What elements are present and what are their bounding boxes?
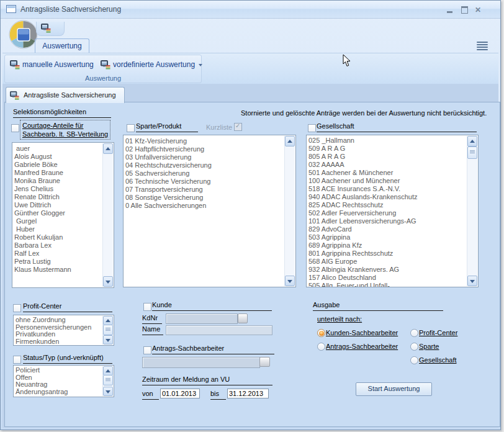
radio-gesellschaft[interactable] [410,356,418,364]
scroll-down-button[interactable] [467,276,477,286]
courtage-checkbox[interactable] [11,124,19,132]
list-item[interactable]: Petra Lustig [12,258,114,266]
list-item[interactable]: 829 AdvoCard [307,225,478,233]
gesellschaft-listbox[interactable]: 025 _Hallmann509 A R A G805 A R A G032 A… [306,135,479,287]
antrags-sb-browse-button[interactable] [259,357,270,367]
von-date-input[interactable] [160,389,200,398]
list-item[interactable]: 01 Kfz-Versicherung [124,137,295,145]
list-item[interactable]: 825 ADAC Rechtsschutz [307,201,478,209]
status-typ-listbox[interactable]: PoliciertOffenNeuantragÄnderungsantrag [13,365,114,397]
close-button[interactable]: ✕ [472,6,484,14]
scrollbar-thumb[interactable] [103,375,113,385]
radio-profit-center[interactable] [410,329,418,337]
list-item[interactable]: 502 Adler Feuerversicherung [307,209,478,217]
list-item[interactable]: 04 Rechtschutzversicherung [124,161,295,169]
radio-sparte[interactable] [410,343,418,351]
radio-profit-center-label[interactable]: Profit-Center [419,329,457,336]
list-item[interactable]: Uwe Dittrich [12,201,114,209]
list-item[interactable]: Klaus Mustermann [12,266,114,274]
scroll-down-button[interactable] [103,276,113,287]
list-item[interactable]: Policiert [14,367,114,374]
list-item[interactable]: ohne Zuordnung [14,317,114,324]
list-item[interactable]: Robert Kukuljan [12,233,114,241]
list-item[interactable]: Renate Dittrich [12,193,114,201]
list-item[interactable]: 805 A R A G [307,153,478,161]
scroll-up-button[interactable] [103,143,113,154]
application-menu-button[interactable] [9,20,38,49]
list-item[interactable]: 08 Sonstige Versicherung [124,194,295,202]
scrollbar[interactable] [102,366,113,396]
scrollbar[interactable] [102,316,113,344]
list-item[interactable]: 932 Albingia Krankenvers. AG [307,266,478,274]
kdnr-browse-button[interactable] [238,313,248,323]
gesellschaft-label[interactable]: Gesellschaft [317,122,477,132]
list-item[interactable]: 032 AAAAA [307,161,478,169]
list-item[interactable]: Privatkunden [14,331,114,338]
minimize-button[interactable] [444,6,455,14]
list-item[interactable]: Barbara Lex [12,241,114,250]
list-item[interactable]: 801 Agrippina Rechtsschutz [307,250,478,258]
scroll-up-button[interactable] [467,136,477,146]
bis-date-input[interactable] [227,389,269,398]
scrollbar-thumb[interactable] [467,146,477,159]
list-item[interactable]: 689 Agrippina Kfz [307,241,478,250]
list-item[interactable]: 03 Unfallversicherung [124,153,295,161]
list-item[interactable]: Manfred Braune [12,169,114,177]
scroll-up-button[interactable] [285,136,295,146]
radio-kunden-sachbearbeiter-label[interactable]: Kunden-Sachbearbeiter [326,329,398,336]
scroll-down-button[interactable] [103,335,113,344]
ribbon-options-icon[interactable] [477,42,488,52]
scrollbar[interactable] [102,143,113,287]
list-item[interactable]: 940 ADAC Auslands-Krankenschutz [307,193,478,201]
restore-button[interactable] [459,6,470,14]
list-item[interactable]: 02 Haftpflichtversicherung [124,145,295,153]
list-item[interactable]: 06 Technische Versicherung [124,178,295,186]
list-item[interactable]: Monika Braune [12,177,114,185]
courtage-label[interactable]: Courtage-Anteile für Sachbearb. lt. SB-V… [20,120,110,140]
list-item[interactable]: 503 Agrippina [307,233,478,241]
status-typ-checkbox[interactable] [13,356,21,364]
ribbon-tab-auswertung[interactable]: Auswertung [35,38,89,53]
vordefinierte-auswertung-button[interactable]: vordefinierte Auswertung [98,58,205,71]
sparte-listbox[interactable]: 01 Kfz-Versicherung02 Haftpflichtversich… [123,135,296,287]
start-auswertung-button[interactable]: Start Auswertung [356,382,432,396]
kunde-checkbox[interactable] [143,303,151,311]
radio-gesellschaft-label[interactable]: Gesellschaft [419,356,457,364]
scrollbar-thumb[interactable] [103,325,113,335]
kunde-label[interactable]: Kunde [152,301,272,311]
list-item[interactable]: Neuantrag [14,381,114,389]
manuelle-auswertung-button[interactable]: manuelle Auswertung [7,58,96,71]
list-item[interactable]: Günther Glogger [12,209,114,217]
radio-sparte-label[interactable]: Sparte [419,343,439,350]
list-item[interactable]: auer [12,145,114,153]
profit-center-label[interactable]: Profit-Center [23,302,112,312]
list-item[interactable]: Jens Chelius [12,185,114,193]
document-tab[interactable]: Antragsliste Sachversicherung [6,87,125,103]
status-typ-label[interactable]: Status/Typ (und-verknüpft) [23,354,112,364]
list-item[interactable]: 100 Aachener und Münchener [307,177,478,185]
scrollbar[interactable] [284,136,295,286]
list-item[interactable]: Firmenkunden [14,338,114,346]
list-item[interactable]: Ralf Lex [12,250,114,258]
profit-center-checkbox[interactable] [13,304,21,312]
radio-antrags-sachbearbeiter-label[interactable]: Antrags-Sachbearbeiter [326,343,398,350]
radio-antrags-sachbearbeiter[interactable] [317,343,325,351]
list-item[interactable]: Gurgel [12,217,114,225]
scrollbar[interactable] [467,136,477,286]
sparte-checkbox[interactable] [127,124,135,132]
list-item[interactable]: 101 Adler Lebensversicherungs-AG [307,217,478,225]
list-item[interactable]: 0 Alle Sachversicherungen [124,202,295,210]
list-item[interactable]: 568 AIG Europe [307,258,478,266]
list-item[interactable]: 025 _Hallmann [307,137,478,145]
list-item[interactable]: 157 Alico Deutschland [307,274,478,282]
list-item[interactable]: Alois August [12,153,114,161]
list-item[interactable]: 509 A R A G [307,145,478,153]
sachbearbeiter-listbox[interactable]: auerAlois AugustGabriele BökeManfred Bra… [12,142,114,288]
antrags-sb-checkbox[interactable] [143,346,151,354]
list-item[interactable]: 05 Sachversicherung [124,169,295,178]
list-item[interactable]: 501 Aachener & Münchener [307,169,478,177]
scroll-down-button[interactable] [103,387,113,396]
scroll-down-button[interactable] [285,276,295,286]
scroll-up-button[interactable] [103,366,113,376]
list-item[interactable]: 518 ACE Insurances S.A.-N.V. [307,185,478,193]
